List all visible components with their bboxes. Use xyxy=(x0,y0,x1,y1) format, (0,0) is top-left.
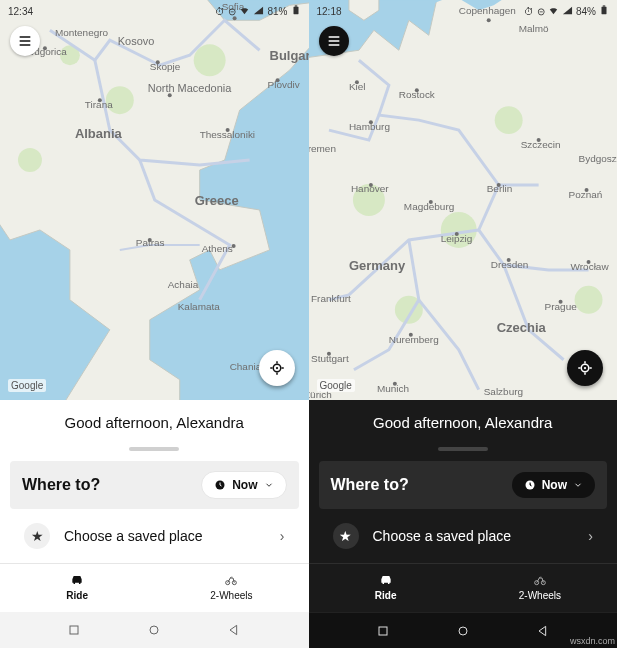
tab-ride[interactable]: Ride xyxy=(0,564,154,607)
crosshair-icon xyxy=(268,359,286,377)
sheet-handle[interactable] xyxy=(438,447,488,451)
saved-place-button[interactable]: ★ Choose a saved place › xyxy=(10,509,299,563)
svg-point-98 xyxy=(459,627,467,635)
svg-point-9 xyxy=(43,46,47,50)
alarm-icon: ⏱ xyxy=(215,6,225,17)
svg-point-95 xyxy=(535,581,539,585)
android-navbar xyxy=(0,612,309,648)
svg-point-87 xyxy=(392,382,396,386)
svg-point-34 xyxy=(275,367,277,369)
svg-text:Kalamata: Kalamata xyxy=(178,301,221,312)
map-attribution: Google xyxy=(8,379,46,392)
svg-text:Salzburg: Salzburg xyxy=(483,386,522,397)
schedule-chip[interactable]: Now xyxy=(512,472,595,498)
svg-point-41 xyxy=(150,626,158,634)
menu-icon xyxy=(326,33,342,49)
svg-text:Albania: Albania xyxy=(75,126,123,141)
clock-icon xyxy=(214,479,226,491)
nav-recent-icon[interactable] xyxy=(66,622,82,638)
tab-ride[interactable]: Ride xyxy=(309,564,463,607)
status-time: 12:34 xyxy=(8,6,33,17)
saved-place-label: Choose a saved place xyxy=(64,528,203,544)
svg-point-76 xyxy=(586,260,590,264)
clock-icon xyxy=(524,479,536,491)
wifi-icon xyxy=(239,5,250,18)
status-time: 12:18 xyxy=(317,6,342,17)
locate-button[interactable] xyxy=(259,350,295,386)
chevron-down-icon xyxy=(573,480,583,490)
greeting-text: Good afternoon, Alexandra xyxy=(309,400,618,441)
svg-rect-42 xyxy=(602,7,607,15)
schedule-label: Now xyxy=(542,478,567,492)
nav-home-icon[interactable] xyxy=(146,622,162,638)
svg-point-19 xyxy=(226,128,230,132)
map-attribution: Google xyxy=(317,379,355,392)
battery-text: 84% xyxy=(576,6,596,17)
svg-point-80 xyxy=(558,300,562,304)
svg-point-94 xyxy=(387,582,389,584)
schedule-label: Now xyxy=(232,478,257,492)
svg-point-66 xyxy=(496,183,500,187)
nav-recent-icon[interactable] xyxy=(375,623,391,639)
svg-rect-43 xyxy=(603,5,606,6)
svg-text:Chania: Chania xyxy=(230,361,262,372)
where-to-button[interactable]: Where to? Now xyxy=(319,461,608,509)
car-icon xyxy=(68,572,86,588)
nav-back-icon[interactable] xyxy=(535,623,551,639)
svg-point-61 xyxy=(536,138,540,142)
svg-point-64 xyxy=(368,183,372,187)
svg-point-54 xyxy=(354,80,358,84)
status-indicators: ⏱ ⊝ 81% xyxy=(215,4,300,18)
car-icon xyxy=(377,572,395,588)
svg-text:Frankfurt: Frankfurt xyxy=(310,293,350,304)
menu-button[interactable] xyxy=(10,26,40,56)
where-to-button[interactable]: Where to? Now xyxy=(10,461,299,509)
svg-point-59 xyxy=(368,120,372,124)
battery-icon xyxy=(599,4,609,18)
status-indicators: ⏱ ⊝ 84% xyxy=(524,4,609,18)
svg-text:Bulgaria: Bulgaria xyxy=(270,48,309,63)
chevron-right-icon: › xyxy=(588,528,593,544)
svg-text:Nuremberg: Nuremberg xyxy=(388,334,438,345)
svg-point-16 xyxy=(168,93,172,97)
locate-button[interactable] xyxy=(567,350,603,386)
schedule-chip[interactable]: Now xyxy=(201,471,286,499)
svg-point-22 xyxy=(148,238,152,242)
map-view[interactable]: Montenegro Podgorica Kosovo Skopje Tiran… xyxy=(0,0,309,400)
signal-icon xyxy=(562,5,573,18)
svg-point-74 xyxy=(506,258,510,262)
svg-point-70 xyxy=(428,200,432,204)
svg-point-5 xyxy=(18,148,42,172)
svg-point-14 xyxy=(98,98,102,102)
svg-point-37 xyxy=(79,582,81,584)
tab-2wheels[interactable]: 2-Wheels xyxy=(154,564,308,607)
alarm-icon: ⏱ xyxy=(524,6,534,17)
svg-rect-97 xyxy=(379,627,387,635)
menu-icon xyxy=(17,33,33,49)
svg-point-6 xyxy=(194,44,226,76)
sheet-handle[interactable] xyxy=(129,447,179,451)
nav-back-icon[interactable] xyxy=(226,622,242,638)
tab-2wheels[interactable]: 2-Wheels xyxy=(463,564,617,607)
mode-tabs: Ride 2-Wheels xyxy=(309,563,618,607)
chevron-down-icon xyxy=(264,480,274,490)
star-icon: ★ xyxy=(333,523,359,549)
svg-text:Germany: Germany xyxy=(348,258,405,273)
tab-ride-label: Ride xyxy=(375,590,397,601)
svg-text:Montenegro: Montenegro xyxy=(55,27,109,38)
svg-point-49 xyxy=(494,106,522,134)
battery-text: 81% xyxy=(267,6,287,17)
tab-ride-label: Ride xyxy=(66,590,88,601)
svg-text:Plovdiv: Plovdiv xyxy=(268,79,300,90)
saved-place-button[interactable]: ★ Choose a saved place › xyxy=(319,509,608,563)
nav-home-icon[interactable] xyxy=(455,623,471,639)
svg-point-72 xyxy=(454,232,458,236)
map-view[interactable]: Copenhagen Malmö Kiel Rostock Bremen Ham… xyxy=(309,0,618,400)
svg-text:Achaia: Achaia xyxy=(168,279,199,290)
menu-button[interactable] xyxy=(319,26,349,56)
dnd-icon: ⊝ xyxy=(537,6,545,17)
svg-text:Szczecin: Szczecin xyxy=(520,139,560,150)
svg-point-68 xyxy=(584,188,588,192)
map-tiles-greece: Montenegro Podgorica Kosovo Skopje Tiran… xyxy=(0,0,309,400)
svg-text:Munich: Munich xyxy=(376,383,408,394)
